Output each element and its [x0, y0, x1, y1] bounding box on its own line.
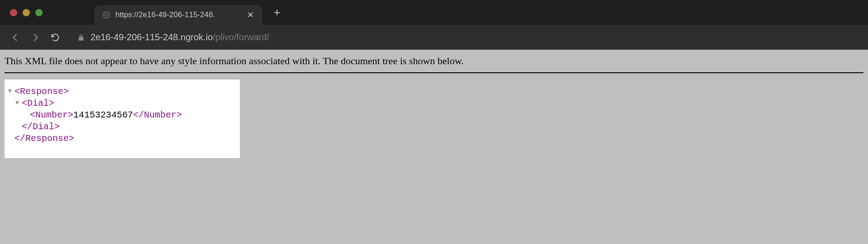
xml-tag: </Number> — [133, 110, 182, 120]
reload-button[interactable] — [47, 29, 63, 46]
xml-text-value: 14153234567 — [73, 110, 133, 120]
url-path: /plivo/forward/ — [213, 32, 269, 42]
xml-node-number[interactable]: <Number>14153234567</Number> — [8, 109, 236, 121]
browser-window: https://2e16-49-206-115-248. ✕ + 2e16-49… — [0, 0, 868, 244]
xml-node-response-close: </Response> — [8, 133, 236, 145]
xml-tree-viewer: ▼<Response> ▼<Dial> <Number>14153234567<… — [5, 80, 240, 158]
titlebar: https://2e16-49-206-115-248. ✕ + — [0, 0, 868, 25]
page-content: This XML file does not appear to have an… — [0, 50, 868, 164]
xml-notice: This XML file does not appear to have an… — [5, 55, 863, 73]
window-maximize-button[interactable] — [35, 9, 43, 16]
url-host: 2e16-49-206-115-248.ngrok.io — [91, 32, 213, 42]
xml-node-dial-close: </Dial> — [8, 121, 236, 133]
forward-button[interactable] — [27, 29, 43, 46]
address-bar[interactable]: 2e16-49-206-115-248.ngrok.io/plivo/forwa… — [71, 28, 861, 47]
collapse-toggle-icon[interactable]: ▼ — [8, 88, 14, 95]
collapse-toggle-icon[interactable]: ▼ — [15, 99, 22, 107]
xml-node-response-open[interactable]: ▼<Response> — [8, 86, 236, 98]
toolbar: 2e16-49-206-115-248.ngrok.io/plivo/forwa… — [0, 25, 868, 50]
window-minimize-button[interactable] — [23, 9, 30, 16]
browser-tab[interactable]: https://2e16-49-206-115-248. ✕ — [95, 5, 262, 25]
xml-tag: <Number> — [30, 110, 73, 120]
xml-tag: <Dial> — [22, 98, 54, 108]
lock-icon — [77, 33, 85, 42]
xml-tag: </Dial> — [22, 122, 60, 132]
globe-icon — [102, 10, 111, 19]
xml-node-dial-open[interactable]: ▼<Dial> — [8, 98, 236, 109]
back-button[interactable] — [7, 29, 24, 46]
new-tab-button[interactable]: + — [270, 6, 284, 19]
tab-title: https://2e16-49-206-115-248. — [115, 10, 242, 19]
tab-close-button[interactable]: ✕ — [246, 10, 255, 19]
window-controls — [10, 9, 43, 16]
window-close-button[interactable] — [10, 9, 17, 16]
xml-tag: </Response> — [14, 133, 74, 144]
xml-tag: <Response> — [14, 86, 69, 97]
